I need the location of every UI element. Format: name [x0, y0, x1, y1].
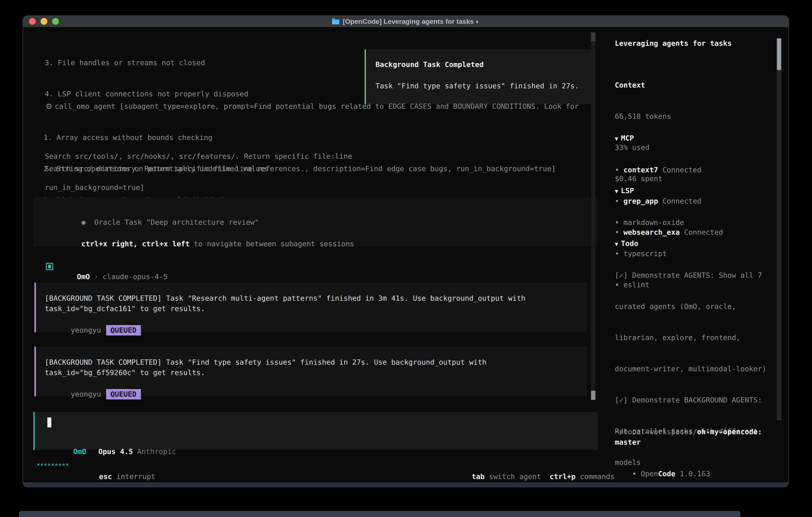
titlebar[interactable]: [OpenCode] Leveraging agents for tasks ◐ — [23, 16, 788, 27]
status-badge: QUEUED — [106, 389, 141, 400]
todo-line: document-writer, multimodal-looker) — [615, 364, 775, 374]
app-name-suffix: Code — [658, 470, 675, 478]
background-window-edge — [19, 511, 740, 517]
chevron-down-icon[interactable]: ▼ — [615, 188, 618, 194]
shortcut-key: ctrl+x left — [142, 240, 190, 248]
agent-icon — [46, 263, 53, 270]
todo-line: curated agents (OmO, oracle, — [615, 301, 775, 312]
mcp-heading: MCP — [621, 134, 634, 142]
workspace-path: ~/local-workspaces/oh-my-opencode: maste… — [615, 427, 781, 447]
app-version: 1.0.163 — [680, 470, 710, 478]
todo-line: [✓] Demonstrate AGENTS: Show all 7 — [615, 270, 775, 280]
terminal-line: 4. LSP client connections not properly d… — [45, 89, 352, 99]
window-bottom-edge — [23, 483, 788, 487]
shortcut-hint: to navigate between subagent sessions — [194, 240, 354, 248]
esc-action-hint: interrupt — [116, 472, 155, 481]
agent-model: claude-opus-4-5 — [103, 272, 168, 281]
todo-line: [✓] Demonstrate BACKGROUND AGENTS: — [615, 395, 775, 405]
input-agent-label: OmO — [73, 447, 86, 456]
tool-call-item: 1. Array access without bounds checking — [44, 132, 321, 143]
zoom-button[interactable] — [52, 18, 59, 25]
close-button[interactable] — [29, 18, 36, 25]
message-line: [BACKGROUND TASK COMPLETED] Task "Resear… — [45, 293, 525, 303]
chevron-down-icon[interactable]: ▼ — [615, 241, 618, 247]
workspace-path-prefix: ~/local-workspaces/ — [615, 428, 697, 436]
separator-dot: · — [94, 272, 98, 281]
ctrlp-key-hint: ctrl+p — [550, 472, 576, 481]
lsp-heading: LSP — [621, 187, 634, 195]
shortcut-key: ctrl+x right, — [81, 240, 138, 248]
message-author: yeongyu — [71, 390, 101, 398]
ctrlp-action-hint: commands — [580, 472, 615, 481]
message-author: yeongyu — [71, 326, 101, 334]
minimize-button[interactable] — [40, 18, 47, 25]
main-scrollbar-thumb-bottom[interactable] — [591, 391, 596, 400]
folder-icon — [332, 18, 340, 25]
window-title: [OpenCode] Leveraging agents for tasks ◐ — [343, 18, 480, 25]
sidebar-scrollbar[interactable] — [777, 38, 781, 420]
input-provider-label: Anthropic — [137, 447, 176, 456]
main-scrollbar-thumb-top[interactable] — [591, 32, 596, 42]
bullet-icon: • — [632, 470, 641, 478]
todo-line: librarian, explore, frontend, — [615, 332, 775, 343]
message-line: task_id="bg_6f59260c" to get results. — [45, 368, 205, 378]
sidebar-session-title: Leveraging agents for tasks — [615, 38, 732, 49]
app-name-prefix: Open — [641, 470, 658, 478]
oracle-task-panel: ◉ Oracle Task "Deep architecture review"… — [33, 197, 598, 246]
context-heading: Context — [615, 80, 671, 90]
tab-action-hint: switch agent — [489, 472, 541, 481]
task-message: [BACKGROUND TASK COMPLETED] Task "Find t… — [34, 347, 587, 396]
status-badge: QUEUED — [106, 325, 141, 335]
input-model-label: Opus 4.5 — [98, 447, 133, 456]
tool-call-tail: Search src/ directory. Return specific f… — [45, 164, 556, 174]
chevron-down-icon[interactable]: ▼ — [615, 135, 618, 142]
message-line: task_id="bg_dcfac161" to get results. — [45, 303, 205, 314]
tab-key-hint: tab — [472, 472, 485, 481]
prompt-input[interactable]: OmOOpus 4.5Anthropic — [33, 412, 598, 450]
todo-heading: Todo — [621, 239, 638, 247]
spinner-dots — [37, 464, 70, 466]
tool-call-line: call_omo_agent [subagent_type=explore, p… — [55, 101, 579, 112]
message-line: [BACKGROUND TASK COMPLETED] Task "Find t… — [45, 357, 487, 368]
toast-title: Background Task Completed — [375, 59, 484, 70]
opencode-window: [OpenCode] Leveraging agents for tasks ◐… — [23, 16, 789, 487]
oracle-task-title: Oracle Task "Deep architecture review" — [94, 218, 259, 226]
main-scrollbar[interactable] — [591, 32, 596, 400]
gear-icon: ⚙ — [46, 101, 52, 112]
agent-name: OmO — [77, 272, 90, 281]
workspace-branch: master — [615, 438, 641, 446]
sidebar-scrollbar-thumb[interactable] — [777, 38, 781, 70]
terminal-line: 3. File handles or streams not closed — [45, 58, 352, 68]
toast-body: Task "Find type safety issues" finished … — [375, 81, 579, 91]
task-message: [BACKGROUND TASK COMPLETED] Task "Resear… — [34, 283, 587, 332]
record-icon: ◉ — [81, 218, 86, 226]
workspace-repo: oh-my-opencode: — [697, 428, 762, 436]
text-cursor — [47, 417, 51, 428]
esc-key-hint: esc — [99, 472, 112, 481]
background-task-toast: Background Task Completed Task "Find typ… — [365, 49, 593, 104]
